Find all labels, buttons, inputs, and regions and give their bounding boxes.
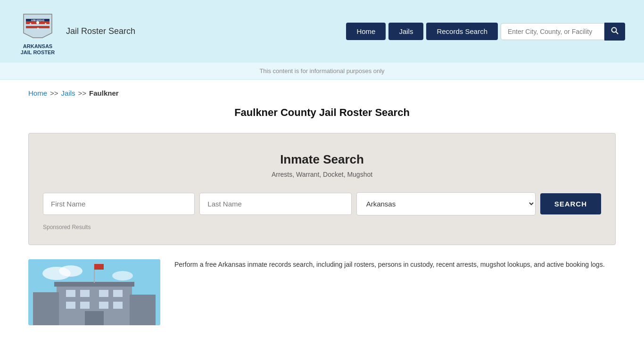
site-header: ★ ★ ★ ARKANSAS ARKANSAS JAIL ROSTER Jail… xyxy=(0,0,644,63)
main-nav: Home Jails Records Search xyxy=(346,23,625,41)
search-box-subtitle: Arrests, Warrant, Docket, Mugshot xyxy=(43,171,601,178)
nav-home-button[interactable]: Home xyxy=(346,23,386,40)
page-title: Faulkner County Jail Roster Search xyxy=(28,107,616,119)
logo-text: ARKANSAS JAIL ROSTER xyxy=(21,43,55,56)
nav-jails-button[interactable]: Jails xyxy=(388,23,423,40)
svg-rect-22 xyxy=(80,302,90,309)
bottom-description: Perform a free Arkansas inmate records s… xyxy=(174,259,605,270)
last-name-input[interactable] xyxy=(199,193,351,215)
svg-rect-23 xyxy=(99,302,108,309)
svg-rect-30 xyxy=(94,264,104,270)
svg-rect-25 xyxy=(85,311,104,325)
svg-rect-18 xyxy=(80,290,90,297)
search-box-title: Inmate Search xyxy=(43,152,601,167)
sponsored-label: Sponsored Results xyxy=(43,224,601,230)
svg-rect-24 xyxy=(113,302,123,309)
search-button[interactable]: SEARCH xyxy=(540,193,601,214)
informational-notice: This content is for informational purpos… xyxy=(259,67,384,74)
header-search-bar xyxy=(501,23,625,41)
header-search-input[interactable] xyxy=(501,23,604,40)
svg-rect-27 xyxy=(33,292,59,325)
logo-container: ★ ★ ★ ARKANSAS ARKANSAS JAIL ROSTER xyxy=(19,7,57,56)
state-select[interactable]: AlabamaAlaskaArizonaArkansasCaliforniaCo… xyxy=(356,192,536,215)
first-name-input[interactable] xyxy=(43,193,195,215)
header-left: ★ ★ ★ ARKANSAS ARKANSAS JAIL ROSTER Jail… xyxy=(19,7,135,56)
svg-text:★: ★ xyxy=(37,27,39,30)
breadcrumb-jails-link[interactable]: Jails xyxy=(61,89,75,97)
nav-records-search-button[interactable]: Records Search xyxy=(426,23,498,40)
bottom-section: Perform a free Arkansas inmate records s… xyxy=(28,259,616,325)
header-search-button[interactable] xyxy=(604,23,625,41)
svg-rect-17 xyxy=(66,290,75,297)
breadcrumb-current: Faulkner xyxy=(89,89,119,97)
main-content: Home >> Jails >> Faulkner Faulkner Count… xyxy=(0,80,644,335)
site-title: Jail Roster Search xyxy=(66,26,135,36)
svg-point-15 xyxy=(112,271,133,280)
svg-rect-21 xyxy=(66,302,75,309)
search-icon xyxy=(611,27,619,34)
logo-icon: ★ ★ ★ ARKANSAS xyxy=(19,7,57,42)
breadcrumb-sep-1: >> xyxy=(50,89,58,97)
svg-text:★: ★ xyxy=(44,22,47,25)
svg-rect-28 xyxy=(130,295,156,325)
breadcrumb: Home >> Jails >> Faulkner xyxy=(28,89,616,97)
sub-header: This content is for informational purpos… xyxy=(0,63,644,80)
svg-line-11 xyxy=(616,32,618,33)
facility-image xyxy=(28,259,160,325)
svg-text:★: ★ xyxy=(29,22,32,25)
svg-point-14 xyxy=(59,265,83,277)
facility-illustration xyxy=(28,259,160,325)
inmate-search-box: Inmate Search Arrests, Warrant, Docket, … xyxy=(28,133,616,245)
svg-rect-19 xyxy=(99,290,108,297)
breadcrumb-sep-2: >> xyxy=(78,89,87,97)
inmate-search-form: AlabamaAlaskaArizonaArkansasCaliforniaCo… xyxy=(43,192,601,215)
breadcrumb-home-link[interactable]: Home xyxy=(28,89,47,97)
svg-text:ARKANSAS: ARKANSAS xyxy=(31,19,45,22)
svg-rect-20 xyxy=(113,290,123,297)
